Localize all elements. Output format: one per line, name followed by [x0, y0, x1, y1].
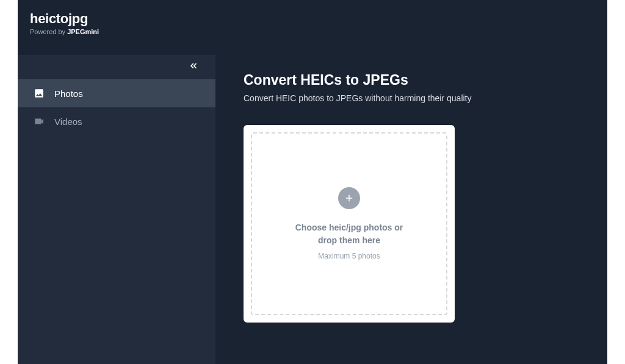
app-header: heictojpg Powered by JPEGmini	[18, 0, 607, 43]
add-files-icon	[338, 187, 360, 209]
sidebar-item-photos[interactable]: Photos	[18, 79, 215, 107]
sidebar: Photos Videos	[18, 55, 215, 364]
sidebar-item-label: Photos	[54, 88, 83, 99]
dropzone-line1: Choose heic/jpg photos or	[295, 223, 403, 232]
powered-by-prefix: Powered by	[30, 28, 67, 35]
page-subtitle: Convert HEIC photos to JPEGs without har…	[244, 93, 583, 103]
dropzone-line2: drop them here	[318, 235, 380, 245]
page-title: Convert HEICs to JPEGs	[244, 72, 583, 88]
sidebar-item-videos[interactable]: Videos	[18, 107, 215, 135]
app-logo-title: heictojpg	[30, 11, 595, 27]
sidebar-item-label: Videos	[54, 116, 82, 127]
body-area: Photos Videos Convert HEICs to JPEGs Con…	[18, 55, 607, 364]
dropzone-limit-text: Maximum 5 photos	[318, 252, 380, 260]
videos-icon	[32, 115, 46, 128]
file-dropzone[interactable]: Choose heic/jpg photos or drop them here…	[251, 132, 447, 315]
photos-icon	[32, 87, 46, 100]
dropzone-card: Choose heic/jpg photos or drop them here…	[244, 125, 455, 323]
sidebar-top	[18, 55, 215, 79]
dropzone-instruction: Choose heic/jpg photos or drop them here	[277, 221, 422, 247]
powered-by-brand: JPEGmini	[67, 28, 99, 35]
app-container: heictojpg Powered by JPEGmini	[18, 0, 607, 364]
collapse-sidebar-icon[interactable]	[189, 61, 198, 74]
powered-by-text: Powered by JPEGmini	[30, 28, 595, 35]
main-content: Convert HEICs to JPEGs Convert HEIC phot…	[215, 55, 607, 364]
